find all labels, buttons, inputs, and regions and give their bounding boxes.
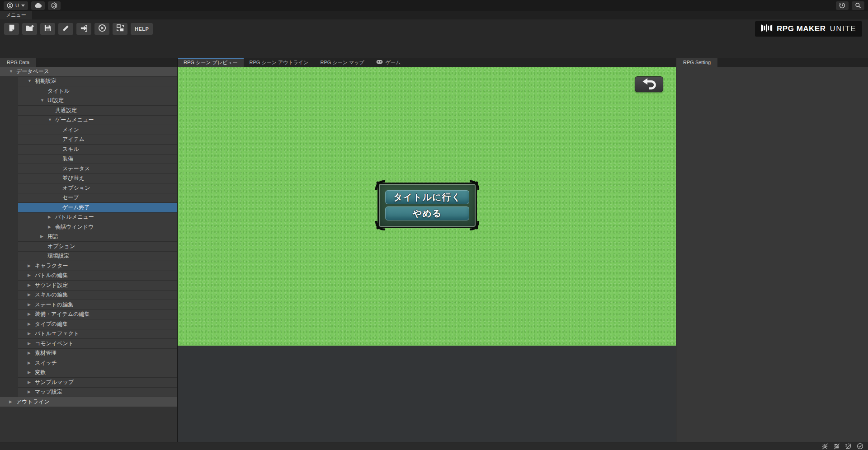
- auto-refresh-disabled-icon[interactable]: [845, 443, 852, 450]
- tree-item-label: オプション: [62, 184, 90, 192]
- expand-arrow-icon[interactable]: ▶: [28, 332, 35, 336]
- expand-arrow-icon[interactable]: ▶: [9, 400, 16, 404]
- expand-arrow-icon[interactable]: ▶: [28, 370, 35, 375]
- main-area: RPG Data ▼データベース▼初期設定タイトル▼UI設定共通設定▼ゲームメニ…: [0, 58, 868, 442]
- tree-item[interactable]: ▶スキルの編集: [18, 291, 177, 300]
- game-end-menu-window: タイトルに行く やめる: [377, 183, 477, 228]
- tree-item[interactable]: ▶コモンイベント: [18, 339, 177, 349]
- collapse-arrow-icon[interactable]: ▼: [48, 118, 55, 122]
- tree-item[interactable]: ▼初期設定: [18, 77, 177, 87]
- tab-rpg-scene-preview[interactable]: RPG シーン プレビュー: [178, 58, 244, 67]
- rpg-data-tab[interactable]: RPG Data: [0, 58, 36, 67]
- collapse-arrow-icon[interactable]: ▼: [28, 79, 35, 83]
- windows-swap-icon: [116, 24, 124, 34]
- hexagon-vcs-icon: [51, 2, 57, 9]
- tree-item-label: UI設定: [47, 97, 64, 104]
- tree-item[interactable]: ▶会話ウィンドウ: [18, 222, 177, 232]
- tree-item[interactable]: ▶バトルの編集: [18, 271, 177, 281]
- tree-item[interactable]: ▶装備・アイテムの編集: [18, 310, 177, 320]
- open-project-button[interactable]: [22, 23, 37, 35]
- tab-label: RPG シーン マップ: [321, 59, 364, 66]
- tree-item[interactable]: メイン: [18, 125, 177, 135]
- tree-item[interactable]: ▶サンプルマップ: [18, 378, 177, 388]
- tab-rpg-scene-outline[interactable]: RPG シーン アウトライン: [244, 58, 315, 67]
- tree-item[interactable]: ▶バトルメニュー: [18, 213, 177, 223]
- cloud-icon: [34, 3, 42, 8]
- expand-arrow-icon[interactable]: ▶: [28, 342, 35, 346]
- expand-arrow-icon[interactable]: ▶: [48, 215, 55, 219]
- tree-item[interactable]: アイテム: [18, 135, 177, 145]
- expand-arrow-icon[interactable]: ▶: [28, 380, 35, 384]
- tree-item[interactable]: オプション: [18, 183, 177, 193]
- expand-arrow-icon[interactable]: ▶: [28, 273, 35, 277]
- layout-swap-button[interactable]: [113, 23, 127, 35]
- expand-arrow-icon[interactable]: ▶: [40, 234, 47, 239]
- scene-panel-empty-area: [178, 346, 676, 442]
- tree-item[interactable]: セーブ: [18, 193, 177, 203]
- tab-game[interactable]: ゲーム: [370, 58, 407, 67]
- tree-item[interactable]: ▶タイプの編集: [18, 319, 177, 329]
- tree-item[interactable]: 共通設定: [18, 106, 177, 116]
- version-control-button[interactable]: [48, 1, 61, 10]
- new-data-button[interactable]: [4, 23, 19, 35]
- go-to-title-button[interactable]: タイトルに行く: [385, 190, 469, 204]
- expand-arrow-icon[interactable]: ▶: [48, 225, 55, 229]
- expand-arrow-icon[interactable]: ▶: [28, 264, 35, 268]
- cancel-quit-button[interactable]: やめる: [385, 206, 469, 220]
- search-icon: [855, 2, 861, 9]
- tab-rpg-scene-map[interactable]: RPG シーン マップ: [315, 58, 370, 67]
- debugger-disabled-icon[interactable]: [821, 443, 828, 450]
- expand-arrow-icon[interactable]: ▶: [28, 303, 35, 307]
- expand-arrow-icon[interactable]: ▶: [28, 293, 35, 297]
- rpg-setting-tab[interactable]: RPG Setting: [676, 58, 717, 67]
- undo-history-button[interactable]: [836, 1, 849, 10]
- tree-item[interactable]: ▶素材管理: [18, 349, 177, 359]
- tree-item[interactable]: オプション: [18, 242, 177, 252]
- main-toolbar: HELP RPG MAKER UNITE: [0, 19, 868, 38]
- expand-arrow-icon[interactable]: ▶: [28, 312, 35, 316]
- arrow-enter-icon: [80, 24, 88, 34]
- tree-item[interactable]: ▶ステートの編集: [18, 300, 177, 310]
- tree-item[interactable]: スキル: [18, 145, 177, 155]
- tree-item[interactable]: ▶スイッチ: [18, 358, 177, 368]
- expand-arrow-icon[interactable]: ▶: [28, 361, 35, 365]
- expand-arrow-icon[interactable]: ▶: [28, 283, 35, 287]
- compile-status-ok-icon[interactable]: [857, 443, 863, 450]
- tree-item[interactable]: ゲーム終了: [18, 203, 177, 213]
- menu-tab[interactable]: メニュー: [0, 11, 32, 19]
- tree-item[interactable]: ▶マップ設定: [18, 388, 177, 398]
- play-circle-icon: [98, 24, 106, 34]
- tree-item[interactable]: ▶アウトライン: [0, 397, 177, 407]
- search-button[interactable]: [852, 1, 864, 10]
- game-controller-icon: [376, 60, 383, 65]
- expand-arrow-icon[interactable]: ▶: [28, 390, 35, 394]
- tree-item[interactable]: ▶サウンド設定: [18, 281, 177, 291]
- back-button[interactable]: [635, 76, 663, 92]
- collapse-arrow-icon[interactable]: ▼: [40, 98, 47, 103]
- cache-server-disabled-icon[interactable]: [833, 443, 840, 450]
- import-export-button[interactable]: [76, 23, 91, 35]
- tree-item[interactable]: タイトル: [18, 86, 177, 96]
- tree-item[interactable]: ▼データベース: [0, 67, 177, 77]
- expand-arrow-icon[interactable]: ▶: [28, 322, 35, 326]
- tree-item-label: ステータス: [62, 165, 90, 173]
- tree-item[interactable]: ▶キャラクター: [18, 261, 177, 271]
- tree-item[interactable]: ▼ゲームメニュー: [18, 116, 177, 126]
- expand-arrow-icon[interactable]: ▶: [28, 351, 35, 355]
- unity-account-button[interactable]: U: [4, 1, 28, 10]
- tree-item[interactable]: ▶バトルエフェクト: [18, 329, 177, 339]
- tree-item[interactable]: ▶変数: [18, 368, 177, 378]
- cloud-services-button[interactable]: [31, 1, 45, 10]
- play-button[interactable]: [94, 23, 109, 35]
- collapse-arrow-icon[interactable]: ▼: [9, 70, 16, 74]
- help-button[interactable]: HELP: [131, 23, 153, 35]
- save-button[interactable]: [40, 23, 55, 35]
- tree-item[interactable]: ステータス: [18, 164, 177, 174]
- tree-item[interactable]: 装備: [18, 155, 177, 164]
- game-preview-viewport[interactable]: タイトルに行く やめる: [178, 67, 676, 346]
- tree-item[interactable]: ▼UI設定: [18, 96, 177, 106]
- edit-button[interactable]: [58, 23, 73, 35]
- tree-item[interactable]: ▶用語: [18, 232, 177, 242]
- tree-item[interactable]: 並び替え: [18, 174, 177, 184]
- tree-item[interactable]: 環境設定: [18, 252, 177, 262]
